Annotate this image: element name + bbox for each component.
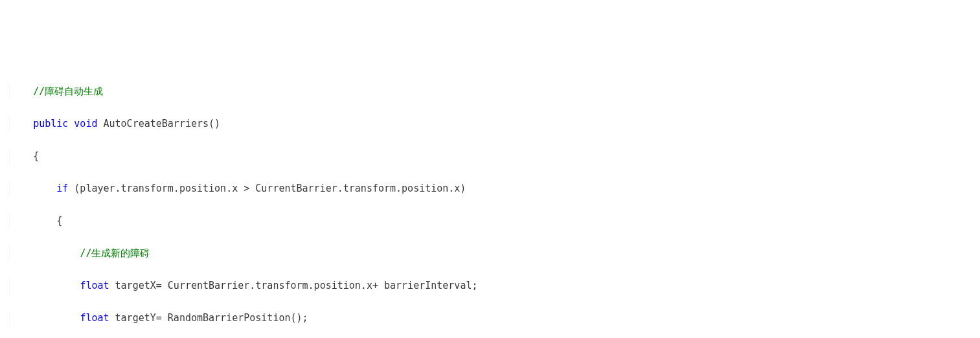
code-line: if (player.transform.position.x > Curren… [0, 181, 980, 197]
code-editor[interactable]: //障碍自动生成 public void AutoCreateBarriers(… [0, 65, 980, 338]
gutter [0, 310, 10, 326]
code-line: { [0, 213, 980, 229]
gutter [0, 116, 10, 132]
gutter [0, 84, 10, 100]
gutter [0, 278, 10, 294]
gutter [0, 148, 10, 164]
code-line: //生成新的障碍 [0, 245, 980, 262]
comment: //生成新的障碍 [80, 247, 150, 259]
code-line: { [0, 148, 980, 164]
comment: //障碍自动生成 [33, 85, 103, 97]
code-line: float targetX= CurrentBarrier.transform.… [0, 278, 980, 294]
code-line: //障碍自动生成 [0, 84, 980, 100]
gutter [0, 213, 10, 229]
code-line: public void AutoCreateBarriers() [0, 116, 980, 132]
code-line: float targetY= RandomBarrierPosition(); [0, 310, 980, 326]
gutter [0, 245, 10, 262]
gutter [0, 181, 10, 197]
